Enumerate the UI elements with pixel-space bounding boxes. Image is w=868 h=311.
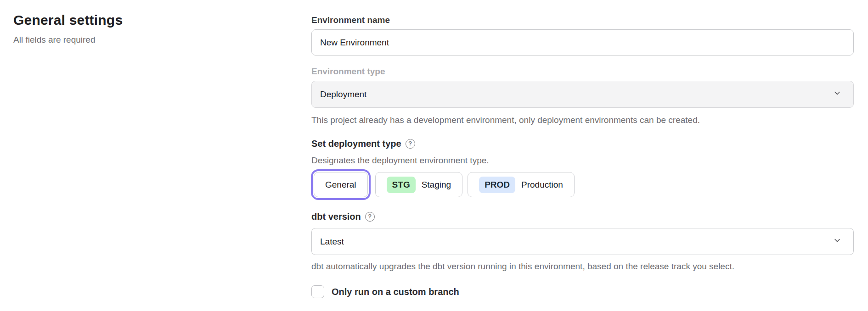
- custom-branch-label[interactable]: Only run on a custom branch: [332, 287, 459, 297]
- deployment-type-option-label: General: [325, 180, 356, 190]
- environment-name-input[interactable]: [311, 29, 854, 56]
- dbt-version-select[interactable]: Latest: [311, 228, 854, 255]
- environment-type-select: Deployment: [311, 81, 854, 108]
- deployment-type-general-button[interactable]: General: [314, 172, 368, 197]
- deployment-type-heading: Set deployment type ?: [311, 138, 854, 149]
- dbt-version-value: Latest: [320, 237, 833, 247]
- page-subtitle: All fields are required: [13, 35, 123, 45]
- chevron-down-icon: [833, 236, 841, 247]
- dbt-version-label: dbt version: [311, 211, 361, 222]
- settings-header: General settings All fields are required: [13, 12, 123, 45]
- deployment-type-options: General STG Staging PROD Production: [311, 172, 854, 197]
- deployment-type-production-button[interactable]: PROD Production: [468, 172, 575, 197]
- page-title: General settings: [13, 12, 123, 28]
- deployment-type-description: Designates the deployment environment ty…: [311, 156, 854, 166]
- stg-badge: STG: [387, 177, 416, 193]
- dbt-version-heading: dbt version ?: [311, 211, 854, 222]
- environment-type-helper: This project already has a development e…: [311, 115, 854, 126]
- chevron-down-icon: [833, 89, 841, 100]
- help-icon[interactable]: ?: [365, 212, 375, 222]
- environment-settings-form: Environment name Environment type Deploy…: [311, 0, 854, 298]
- dbt-version-helper: dbt automatically upgrades the dbt versi…: [311, 261, 854, 272]
- deployment-type-option-label: Production: [521, 180, 563, 190]
- custom-branch-checkbox[interactable]: [311, 285, 324, 298]
- deployment-type-option-label: Staging: [422, 180, 451, 190]
- custom-branch-row: Only run on a custom branch: [311, 285, 854, 298]
- help-icon[interactable]: ?: [406, 139, 415, 149]
- environment-type-value: Deployment: [320, 89, 833, 100]
- deployment-type-label: Set deployment type: [311, 138, 401, 149]
- environment-type-label: Environment type: [311, 67, 854, 77]
- environment-name-label: Environment name: [311, 15, 854, 25]
- deployment-type-staging-button[interactable]: STG Staging: [375, 172, 463, 197]
- prod-badge: PROD: [479, 177, 515, 193]
